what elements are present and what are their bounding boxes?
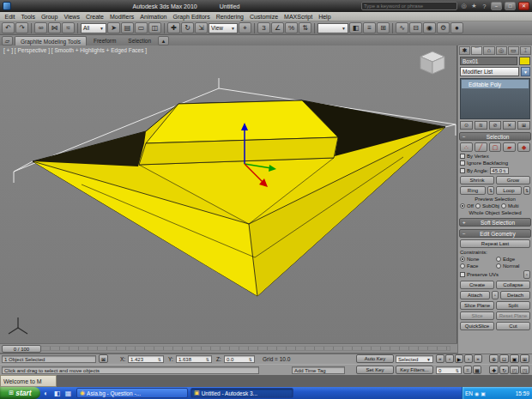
menu-tools[interactable]: Tools xyxy=(18,14,38,20)
named-selection-sets-dropdown[interactable]: ▼ xyxy=(317,23,348,33)
preserve-uvs-checkbox[interactable] xyxy=(460,272,465,277)
angle-snap-icon[interactable]: ∠ xyxy=(271,22,284,33)
menu-maxscript[interactable]: MAXScript xyxy=(281,14,316,20)
rectangular-region-icon[interactable]: ▭ xyxy=(135,22,148,33)
polygon-mode-icon[interactable]: ▰ xyxy=(503,142,516,152)
ribbon-polygon-icon[interactable]: ▱ xyxy=(2,36,13,45)
repeat-last-button[interactable]: Repeat Last xyxy=(460,239,530,248)
bind-to-spacewarp-icon[interactable]: ≈ xyxy=(62,22,75,33)
time-slider-handle[interactable]: 0 / 100 xyxy=(2,345,41,353)
menu-help[interactable]: Help xyxy=(316,14,334,20)
y-coordinate-field[interactable]: 1.638 ⇅ xyxy=(176,355,212,363)
tab-create-icon[interactable]: ✱ xyxy=(459,46,470,55)
edge-mode-icon[interactable]: ╱ xyxy=(475,142,487,152)
viewport-label[interactable]: [ + ] [ Perspective ] [ Smooth + Highlig… xyxy=(3,47,147,53)
spinner-arrows-icon[interactable]: ⇅ xyxy=(503,169,506,173)
redo-icon[interactable]: ↷ xyxy=(15,22,28,33)
align-icon[interactable]: ≡ xyxy=(363,22,376,33)
preview-subobj-radio[interactable] xyxy=(475,203,481,209)
menu-views[interactable]: Views xyxy=(61,14,83,20)
constraint-normal-radio[interactable] xyxy=(496,263,501,269)
slice-button[interactable]: Slice xyxy=(460,311,494,320)
key-filters-button[interactable]: Key Filters... xyxy=(396,366,433,374)
spinner-arrows-icon[interactable]: ⇅ xyxy=(206,357,209,362)
unlink-selection-icon[interactable]: ⋈ xyxy=(48,22,61,33)
layer-manager-icon[interactable]: ⊞ xyxy=(377,22,390,33)
select-and-scale-icon[interactable]: ⇲ xyxy=(195,22,208,33)
window-crossing-icon[interactable]: ◫ xyxy=(148,22,161,33)
tab-hierarchy-icon[interactable]: ⌂ xyxy=(483,46,494,55)
constraint-edge-radio[interactable] xyxy=(496,257,501,262)
rollout-soft-selection-header[interactable]: + Soft Selection xyxy=(459,218,531,227)
rollout-edit-geometry-header[interactable]: − Edit Geometry xyxy=(459,229,531,238)
language-indicator[interactable]: EN xyxy=(465,390,473,396)
reset-plane-button[interactable]: Reset Plane xyxy=(496,311,530,320)
pan-view-icon[interactable]: ✚ xyxy=(489,366,499,374)
preview-multi-radio[interactable] xyxy=(501,203,506,209)
attach-button[interactable]: Attach xyxy=(460,291,490,299)
preview-off-radio[interactable] xyxy=(460,203,465,209)
show-end-result-icon[interactable]: ≋ xyxy=(475,121,487,130)
zoom-extents-icon[interactable]: ▣ xyxy=(510,354,519,363)
close-button[interactable]: ✕ xyxy=(518,2,529,10)
menu-group[interactable]: Group xyxy=(38,14,60,20)
modifier-list-dropdown[interactable]: Modifier List xyxy=(460,67,519,76)
zoom-extents-all-icon[interactable]: ⊞ xyxy=(520,354,529,363)
percent-snap-icon[interactable]: % xyxy=(285,22,298,33)
mirror-icon[interactable]: ◧ xyxy=(349,22,362,33)
play-icon[interactable]: ▶ xyxy=(455,354,463,363)
search-icon[interactable]: ◎ xyxy=(460,3,468,9)
tab-graphite-modeling-tools[interactable]: Graphite Modeling Tools xyxy=(15,36,87,45)
border-mode-icon[interactable]: ▢ xyxy=(489,142,502,152)
ignore-backfacing-checkbox[interactable] xyxy=(460,160,465,166)
constraint-none-radio[interactable] xyxy=(460,257,465,262)
tab-modify-icon[interactable]: ⌒ xyxy=(471,46,482,55)
menu-animation[interactable]: Animation xyxy=(137,14,170,20)
select-and-move-icon[interactable]: ✚ xyxy=(167,22,180,33)
quick-launch-icon-3[interactable]: ▦ xyxy=(63,390,74,397)
maximize-button[interactable]: □ xyxy=(505,2,516,10)
object-name-field[interactable]: Box01 xyxy=(460,57,517,65)
app-icon[interactable] xyxy=(3,2,11,10)
time-slider-track[interactable] xyxy=(2,346,450,351)
attach-list-icon[interactable]: ▫ xyxy=(492,291,499,299)
constraint-face-radio[interactable] xyxy=(460,263,465,269)
key-mode-toggle-icon[interactable]: ⌗ xyxy=(463,366,472,374)
split-button[interactable]: Split xyxy=(496,301,530,310)
select-and-rotate-icon[interactable]: ↻ xyxy=(181,22,194,33)
add-time-tag[interactable]: Add Time Tag xyxy=(292,366,345,374)
quickslice-button[interactable]: QuickSlice xyxy=(460,322,494,330)
help-icon[interactable]: ? xyxy=(481,3,488,9)
element-mode-icon[interactable]: ◆ xyxy=(517,142,530,152)
schematic-view-icon[interactable]: ⊟ xyxy=(409,22,422,33)
welcome-window-titlebar[interactable]: Welcome to M xyxy=(0,375,57,387)
key-set-dropdown[interactable]: Selected ▼ xyxy=(396,355,433,363)
grow-button[interactable]: Grow xyxy=(496,176,530,184)
undo-icon[interactable]: ↶ xyxy=(2,22,15,33)
start-button[interactable]: ⊞ start xyxy=(0,387,40,399)
zoom-region-icon[interactable]: ◰ xyxy=(510,366,519,374)
perspective-viewport[interactable]: [ + ] [ Perspective ] [ Smooth + Highlig… xyxy=(0,45,457,343)
select-and-link-icon[interactable]: ∞ xyxy=(34,22,47,33)
maximize-viewport-icon[interactable]: ◳ xyxy=(520,366,529,374)
chevron-down-icon[interactable]: ▼ xyxy=(521,67,530,76)
time-slider[interactable]: 0 / 100 xyxy=(0,343,457,354)
go-to-start-icon[interactable]: « xyxy=(436,354,444,363)
quick-launch-icon-1[interactable]: ◐ xyxy=(40,390,51,397)
loop-spinner-icon[interactable]: ⇅ xyxy=(523,186,530,195)
select-by-name-icon[interactable]: ▤ xyxy=(121,22,134,33)
x-coordinate-field[interactable]: 1.423 ⇅ xyxy=(128,355,164,363)
render-production-icon[interactable]: ● xyxy=(450,22,463,33)
minimize-button[interactable]: − xyxy=(491,2,502,10)
set-key-button[interactable]: Set Key xyxy=(356,366,394,374)
angle-spinner[interactable]: 45.0 ⇅ xyxy=(490,167,509,174)
select-object-icon[interactable]: ➤ xyxy=(107,22,120,33)
clock[interactable]: 15:59 xyxy=(516,390,529,396)
pin-stack-icon[interactable]: ⊙ xyxy=(460,121,473,130)
tab-utilities-icon[interactable]: ⌶ xyxy=(520,46,531,55)
menu-edit[interactable]: Edit xyxy=(2,14,18,20)
ring-button[interactable]: Ring xyxy=(460,186,486,195)
create-button[interactable]: Create xyxy=(460,281,494,289)
zoom-all-icon[interactable]: ⊡ xyxy=(499,354,509,363)
render-setup-icon[interactable]: ⚙ xyxy=(437,22,450,33)
